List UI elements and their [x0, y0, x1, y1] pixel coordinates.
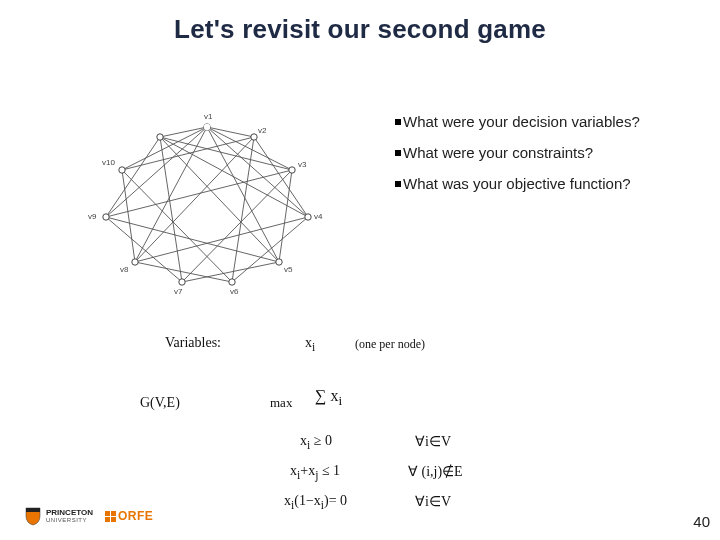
- note-graph-def: G(V,E): [140, 395, 180, 411]
- note-variables-label: Variables:: [165, 335, 221, 351]
- svg-line-1: [207, 127, 292, 170]
- svg-text:v10: v10: [102, 158, 115, 167]
- svg-point-34: [179, 279, 185, 285]
- footer-logos: PRINCETON UNIVERSITY ORFE: [24, 506, 153, 526]
- note-forall-v-1: ∀i∈V: [415, 433, 451, 450]
- svg-text:v5: v5: [284, 265, 293, 274]
- svg-point-30: [289, 167, 295, 173]
- svg-point-39: [204, 124, 210, 130]
- note-max: max: [270, 395, 292, 411]
- svg-line-15: [160, 137, 292, 170]
- svg-point-33: [229, 279, 235, 285]
- svg-line-13: [182, 170, 292, 282]
- svg-line-11: [122, 137, 254, 170]
- bullet-icon: [395, 150, 401, 156]
- bullet-text: What were your constraints?: [403, 144, 593, 161]
- shield-icon: [24, 506, 42, 526]
- page-number: 40: [693, 513, 710, 530]
- svg-point-29: [251, 134, 257, 140]
- svg-text:v4: v4: [314, 212, 323, 221]
- svg-line-8: [254, 137, 308, 217]
- orfe-logo: ORFE: [105, 509, 153, 523]
- note-xi-xj-leq1: xi+xj ≤ 1: [290, 463, 340, 482]
- svg-text:v9: v9: [88, 212, 97, 221]
- svg-point-38: [157, 134, 163, 140]
- svg-line-7: [160, 127, 207, 137]
- svg-line-23: [122, 170, 232, 282]
- princeton-subtext: UNIVERSITY: [46, 517, 93, 523]
- note-xi: xi: [305, 335, 315, 354]
- svg-point-35: [132, 259, 138, 265]
- squares-icon: [105, 511, 116, 522]
- svg-point-37: [119, 167, 125, 173]
- note-one-per-node: (one per node): [355, 337, 425, 352]
- note-forall-v-2: ∀i∈V: [415, 493, 451, 510]
- bullet-item-3: What was your objective function?: [395, 175, 675, 194]
- svg-point-32: [276, 259, 282, 265]
- graph-figure: v1v2v3v4v5v6v7v8v9v10: [62, 107, 352, 297]
- svg-line-0: [207, 127, 254, 137]
- note-xi-nonneg: xi ≥ 0: [300, 433, 332, 452]
- svg-line-18: [160, 137, 308, 217]
- svg-text:v3: v3: [298, 160, 307, 169]
- svg-line-6: [122, 127, 207, 170]
- note-forall-edge: ∀ (i,j)∉E: [408, 463, 463, 480]
- note-sum-xi: ∑ xi: [315, 387, 342, 409]
- bullet-list: What were your decision variables? What …: [395, 113, 675, 205]
- svg-point-31: [305, 214, 311, 220]
- bullet-text: What were your decision variables?: [403, 113, 640, 130]
- orfe-text: ORFE: [118, 509, 153, 523]
- slide-title: Let's revisit our second game: [0, 14, 720, 45]
- bullet-item-1: What were your decision variables?: [395, 113, 675, 132]
- svg-point-36: [103, 214, 109, 220]
- princeton-logo: PRINCETON UNIVERSITY: [24, 506, 93, 526]
- bullet-icon: [395, 119, 401, 125]
- bullet-item-2: What were your constraints?: [395, 144, 675, 163]
- svg-text:v7: v7: [174, 287, 183, 296]
- svg-text:v6: v6: [230, 287, 239, 296]
- svg-text:v8: v8: [120, 265, 129, 274]
- bullet-text: What was your objective function?: [403, 175, 631, 192]
- svg-text:v1: v1: [204, 112, 213, 121]
- svg-text:v2: v2: [258, 126, 267, 135]
- note-xi-binary: xi(1−xi)= 0: [284, 493, 347, 512]
- bullet-icon: [395, 181, 401, 187]
- princeton-text: PRINCETON: [46, 509, 93, 517]
